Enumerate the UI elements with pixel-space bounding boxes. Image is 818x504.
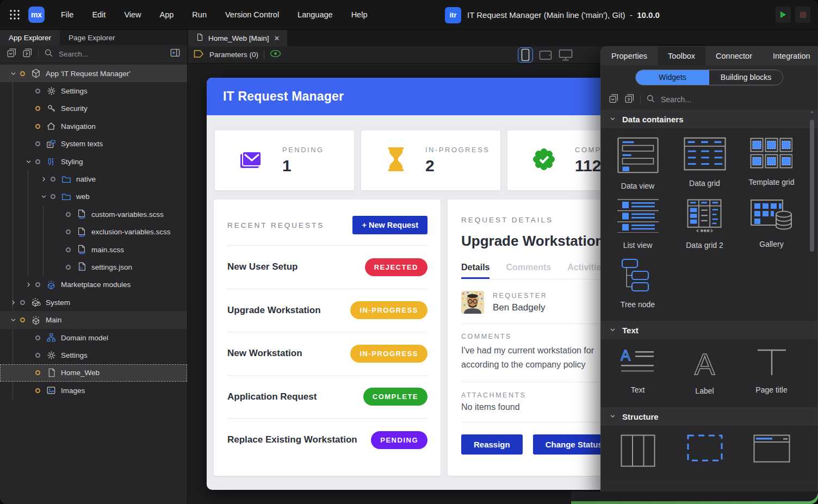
expand-all-icon[interactable] [624,94,635,106]
kpi-card-in-progress[interactable]: IN-PROGRESS2 [361,130,500,190]
tree-item-exclusion-variables-scss[interactable]: scssexclusion-variables.scss [0,223,187,241]
menu-file[interactable]: File [61,10,73,19]
scroll-up-icon[interactable]: ⌃ [809,111,815,116]
kpi-card-complete[interactable]: COMPLETE112 [507,130,609,190]
tree-item-home-web[interactable]: Home_Web [0,364,187,382]
widget-label[interactable]: ALabel [690,348,720,395]
requester-avatar [461,291,484,314]
tree-item-custom-variables-scss[interactable]: scsscustom-variables.scss [0,206,187,223]
tree-item-images[interactable]: Images [0,382,187,399]
section-header-structure[interactable]: Structure [601,407,817,426]
section-header-text[interactable]: Text [601,321,817,339]
explorer-search-input[interactable] [59,50,164,58]
toolbox-search-input[interactable] [661,95,810,104]
stop-app-button[interactable] [795,7,810,23]
widget-data-view[interactable]: Data view [617,137,659,190]
request-row-replace-existing-workstation[interactable]: Replace Existing WorkstationPENDING [227,418,427,462]
widget-page-title[interactable]: Page title [755,348,787,395]
chevron-down-icon[interactable] [38,194,49,200]
run-app-button[interactable] [776,7,791,23]
change-status-button[interactable]: Change Status [533,434,609,455]
widget-structcolumns[interactable] [621,434,655,469]
panel-tab-toolbox[interactable]: Toolbox [658,47,705,65]
tree-item-navigation[interactable]: Navigation [0,117,187,135]
tree-item-settings[interactable]: Settings [0,82,187,99]
explorer-tabs: App Explorer Page Explorer [0,30,187,45]
chevron-right-icon[interactable] [38,176,49,182]
request-row-new-user-setup[interactable]: New User SetupREJECTED [227,245,427,289]
modulelock-icon [30,297,41,307]
tree-item-main-scss[interactable]: scssmain.scss [0,241,187,258]
device-desktop-icon[interactable] [558,47,573,63]
menu-run[interactable]: Run [192,10,207,19]
kpi-card-pending[interactable]: PENDING1 [215,130,354,190]
panel-tab-connector[interactable]: Connector [705,47,763,65]
key-icon [46,104,57,113]
widget-data-grid[interactable]: Data grid [684,137,726,190]
tree-item-security[interactable]: Security [0,100,187,117]
chevron-right-icon[interactable] [8,300,18,306]
widget-template-grid[interactable]: Template grid [748,137,794,190]
scrollbar-thumb[interactable] [810,120,814,252]
tree-item-main[interactable]: Main [0,311,187,328]
menu-edit[interactable]: Edit [92,10,106,19]
expand-all-icon[interactable] [22,48,33,60]
parameters-chip[interactable]: Parameters (0) [209,51,258,59]
dock-panel-icon[interactable] [170,48,181,60]
tree-item-system-texts[interactable]: System texts [0,135,187,153]
panel-tab-integration[interactable]: Integration [763,47,818,65]
panel-tab-properties[interactable]: Properties [601,47,658,65]
widget-list-view[interactable]: List view [617,199,659,250]
request-details-card: REQUEST DETAILS Upgrade Workstation Deta… [448,200,609,476]
menu-language[interactable]: Language [298,10,333,19]
request-row-upgrade-workstation[interactable]: Upgrade WorkstationIN-PROGRESS [227,289,427,332]
tree-item-styling[interactable]: Styling [0,153,187,170]
menu-app[interactable]: App [160,10,174,19]
widget-structdashed[interactable] [687,434,723,469]
collapse-all-icon[interactable] [609,94,619,106]
collapse-all-icon[interactable] [7,48,17,60]
tree-item-marketplace-modules[interactable]: Marketplace modules [0,276,187,294]
change-status-dot [66,212,71,217]
reassign-button[interactable]: Reassign [461,434,523,455]
toolbox-scrollbar[interactable]: ⌃ [809,111,815,490]
request-row-new-workstation[interactable]: New WorkstationIN-PROGRESS [227,332,427,375]
tree-item-app-it-request-manager[interactable]: App 'IT Request Manager' [0,65,187,82]
chevron-right-icon[interactable] [23,282,34,288]
app-launcher-grid-icon[interactable] [8,8,22,22]
close-tab-icon[interactable]: ✕ [274,34,280,42]
tree-item-settings[interactable]: Settings [0,346,187,364]
chevron-down-icon[interactable] [8,71,18,77]
chevron-down-icon[interactable] [23,159,34,165]
toggle-building-blocks[interactable]: Building blocks [709,70,783,85]
tab-app-explorer[interactable]: App Explorer [0,30,60,45]
tree-item-native[interactable]: native [0,170,187,188]
editor-tab-home-web[interactable]: Home_Web [Main] ✕ [188,30,287,46]
new-request-button[interactable]: + New Request [352,216,427,234]
widget-text[interactable]: AText [621,348,655,395]
widget-gallery[interactable]: Gallery [750,199,794,250]
request-row-application-request[interactable]: Application RequestCOMPLETE [227,375,427,419]
widget-structwindow[interactable] [753,434,790,469]
detail-tab-comments[interactable]: Comments [506,263,551,279]
device-phone-icon[interactable] [518,47,533,63]
widget-tree-node[interactable]: Tree node [621,258,655,309]
tree-item-domain-model[interactable]: Domain model [0,329,187,346]
section-header-data-containers[interactable]: Data containers [601,110,817,128]
detail-tab-details[interactable]: Details [461,263,489,279]
widget-data-grid-2[interactable]: Data grid 2 [686,199,723,250]
menu-view[interactable]: View [124,10,141,19]
toggle-widgets[interactable]: Widgets [636,70,709,85]
pagetitle-icon [756,348,788,379]
tree-item-settings-json[interactable]: {)settings.json [0,258,187,276]
menu-help[interactable]: Help [351,10,368,19]
datagrid-icon [684,137,726,173]
tree-item-web[interactable]: web [0,188,187,206]
device-tablet-icon[interactable] [538,47,553,63]
page-header-bar[interactable]: IT Request Manager [207,78,609,115]
tab-page-explorer[interactable]: Page Explorer [60,30,124,45]
menu-version-control[interactable]: Version Control [225,10,279,19]
preview-eye-icon[interactable] [270,49,281,60]
tree-item-system[interactable]: System [0,294,187,311]
chevron-down-icon[interactable] [8,317,18,323]
